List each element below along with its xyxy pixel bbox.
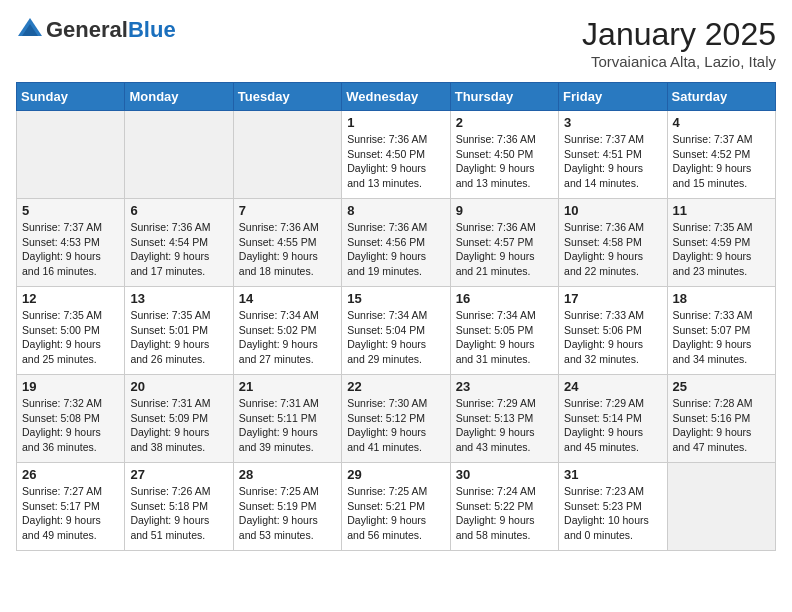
day-info: Sunrise: 7:30 AM Sunset: 5:12 PM Dayligh… bbox=[347, 396, 444, 455]
day-info: Sunrise: 7:36 AM Sunset: 4:50 PM Dayligh… bbox=[347, 132, 444, 191]
day-info: Sunrise: 7:28 AM Sunset: 5:16 PM Dayligh… bbox=[673, 396, 770, 455]
day-info: Sunrise: 7:36 AM Sunset: 4:58 PM Dayligh… bbox=[564, 220, 661, 279]
calendar-cell: 16Sunrise: 7:34 AM Sunset: 5:05 PM Dayli… bbox=[450, 287, 558, 375]
day-number: 10 bbox=[564, 203, 661, 218]
calendar-cell: 2Sunrise: 7:36 AM Sunset: 4:50 PM Daylig… bbox=[450, 111, 558, 199]
day-number: 29 bbox=[347, 467, 444, 482]
day-info: Sunrise: 7:33 AM Sunset: 5:07 PM Dayligh… bbox=[673, 308, 770, 367]
calendar-cell: 28Sunrise: 7:25 AM Sunset: 5:19 PM Dayli… bbox=[233, 463, 341, 551]
calendar-week-row: 1Sunrise: 7:36 AM Sunset: 4:50 PM Daylig… bbox=[17, 111, 776, 199]
calendar-cell: 21Sunrise: 7:31 AM Sunset: 5:11 PM Dayli… bbox=[233, 375, 341, 463]
calendar-cell: 10Sunrise: 7:36 AM Sunset: 4:58 PM Dayli… bbox=[559, 199, 667, 287]
day-info: Sunrise: 7:35 AM Sunset: 5:00 PM Dayligh… bbox=[22, 308, 119, 367]
calendar-header-thursday: Thursday bbox=[450, 83, 558, 111]
calendar-cell: 19Sunrise: 7:32 AM Sunset: 5:08 PM Dayli… bbox=[17, 375, 125, 463]
calendar-cell: 25Sunrise: 7:28 AM Sunset: 5:16 PM Dayli… bbox=[667, 375, 775, 463]
day-number: 15 bbox=[347, 291, 444, 306]
day-info: Sunrise: 7:31 AM Sunset: 5:09 PM Dayligh… bbox=[130, 396, 227, 455]
calendar-cell: 11Sunrise: 7:35 AM Sunset: 4:59 PM Dayli… bbox=[667, 199, 775, 287]
calendar-cell: 9Sunrise: 7:36 AM Sunset: 4:57 PM Daylig… bbox=[450, 199, 558, 287]
calendar-week-row: 5Sunrise: 7:37 AM Sunset: 4:53 PM Daylig… bbox=[17, 199, 776, 287]
calendar-cell: 23Sunrise: 7:29 AM Sunset: 5:13 PM Dayli… bbox=[450, 375, 558, 463]
calendar-cell bbox=[667, 463, 775, 551]
calendar-cell: 22Sunrise: 7:30 AM Sunset: 5:12 PM Dayli… bbox=[342, 375, 450, 463]
calendar-cell: 27Sunrise: 7:26 AM Sunset: 5:18 PM Dayli… bbox=[125, 463, 233, 551]
day-number: 6 bbox=[130, 203, 227, 218]
day-number: 13 bbox=[130, 291, 227, 306]
day-info: Sunrise: 7:31 AM Sunset: 5:11 PM Dayligh… bbox=[239, 396, 336, 455]
day-info: Sunrise: 7:27 AM Sunset: 5:17 PM Dayligh… bbox=[22, 484, 119, 543]
calendar-cell: 30Sunrise: 7:24 AM Sunset: 5:22 PM Dayli… bbox=[450, 463, 558, 551]
day-info: Sunrise: 7:34 AM Sunset: 5:02 PM Dayligh… bbox=[239, 308, 336, 367]
calendar-table: SundayMondayTuesdayWednesdayThursdayFrid… bbox=[16, 82, 776, 551]
day-number: 31 bbox=[564, 467, 661, 482]
calendar-header-row: SundayMondayTuesdayWednesdayThursdayFrid… bbox=[17, 83, 776, 111]
day-info: Sunrise: 7:36 AM Sunset: 4:56 PM Dayligh… bbox=[347, 220, 444, 279]
calendar-cell bbox=[17, 111, 125, 199]
logo-general-text: General bbox=[46, 17, 128, 42]
day-info: Sunrise: 7:36 AM Sunset: 4:57 PM Dayligh… bbox=[456, 220, 553, 279]
calendar-header-sunday: Sunday bbox=[17, 83, 125, 111]
day-info: Sunrise: 7:37 AM Sunset: 4:51 PM Dayligh… bbox=[564, 132, 661, 191]
calendar-cell: 6Sunrise: 7:36 AM Sunset: 4:54 PM Daylig… bbox=[125, 199, 233, 287]
day-info: Sunrise: 7:34 AM Sunset: 5:04 PM Dayligh… bbox=[347, 308, 444, 367]
calendar-cell: 20Sunrise: 7:31 AM Sunset: 5:09 PM Dayli… bbox=[125, 375, 233, 463]
day-number: 14 bbox=[239, 291, 336, 306]
calendar-week-row: 12Sunrise: 7:35 AM Sunset: 5:00 PM Dayli… bbox=[17, 287, 776, 375]
day-number: 21 bbox=[239, 379, 336, 394]
day-number: 8 bbox=[347, 203, 444, 218]
calendar-cell: 13Sunrise: 7:35 AM Sunset: 5:01 PM Dayli… bbox=[125, 287, 233, 375]
day-number: 26 bbox=[22, 467, 119, 482]
day-number: 2 bbox=[456, 115, 553, 130]
day-number: 12 bbox=[22, 291, 119, 306]
day-info: Sunrise: 7:23 AM Sunset: 5:23 PM Dayligh… bbox=[564, 484, 661, 543]
calendar-header-wednesday: Wednesday bbox=[342, 83, 450, 111]
day-number: 5 bbox=[22, 203, 119, 218]
day-info: Sunrise: 7:37 AM Sunset: 4:52 PM Dayligh… bbox=[673, 132, 770, 191]
month-title: January 2025 bbox=[582, 16, 776, 53]
calendar-cell: 17Sunrise: 7:33 AM Sunset: 5:06 PM Dayli… bbox=[559, 287, 667, 375]
day-number: 25 bbox=[673, 379, 770, 394]
day-info: Sunrise: 7:32 AM Sunset: 5:08 PM Dayligh… bbox=[22, 396, 119, 455]
day-info: Sunrise: 7:25 AM Sunset: 5:19 PM Dayligh… bbox=[239, 484, 336, 543]
day-number: 28 bbox=[239, 467, 336, 482]
day-number: 16 bbox=[456, 291, 553, 306]
calendar-cell: 7Sunrise: 7:36 AM Sunset: 4:55 PM Daylig… bbox=[233, 199, 341, 287]
calendar-cell: 26Sunrise: 7:27 AM Sunset: 5:17 PM Dayli… bbox=[17, 463, 125, 551]
day-info: Sunrise: 7:36 AM Sunset: 4:50 PM Dayligh… bbox=[456, 132, 553, 191]
day-number: 18 bbox=[673, 291, 770, 306]
calendar-cell: 18Sunrise: 7:33 AM Sunset: 5:07 PM Dayli… bbox=[667, 287, 775, 375]
calendar-cell bbox=[233, 111, 341, 199]
day-info: Sunrise: 7:33 AM Sunset: 5:06 PM Dayligh… bbox=[564, 308, 661, 367]
calendar-cell: 24Sunrise: 7:29 AM Sunset: 5:14 PM Dayli… bbox=[559, 375, 667, 463]
day-number: 3 bbox=[564, 115, 661, 130]
day-number: 27 bbox=[130, 467, 227, 482]
calendar-week-row: 19Sunrise: 7:32 AM Sunset: 5:08 PM Dayli… bbox=[17, 375, 776, 463]
calendar-cell: 31Sunrise: 7:23 AM Sunset: 5:23 PM Dayli… bbox=[559, 463, 667, 551]
calendar-cell: 8Sunrise: 7:36 AM Sunset: 4:56 PM Daylig… bbox=[342, 199, 450, 287]
calendar-header-monday: Monday bbox=[125, 83, 233, 111]
day-info: Sunrise: 7:24 AM Sunset: 5:22 PM Dayligh… bbox=[456, 484, 553, 543]
calendar-week-row: 26Sunrise: 7:27 AM Sunset: 5:17 PM Dayli… bbox=[17, 463, 776, 551]
day-info: Sunrise: 7:36 AM Sunset: 4:55 PM Dayligh… bbox=[239, 220, 336, 279]
calendar-cell: 14Sunrise: 7:34 AM Sunset: 5:02 PM Dayli… bbox=[233, 287, 341, 375]
day-info: Sunrise: 7:25 AM Sunset: 5:21 PM Dayligh… bbox=[347, 484, 444, 543]
day-number: 19 bbox=[22, 379, 119, 394]
calendar-cell: 4Sunrise: 7:37 AM Sunset: 4:52 PM Daylig… bbox=[667, 111, 775, 199]
day-number: 7 bbox=[239, 203, 336, 218]
day-info: Sunrise: 7:35 AM Sunset: 4:59 PM Dayligh… bbox=[673, 220, 770, 279]
day-number: 30 bbox=[456, 467, 553, 482]
title-block: January 2025 Torvaianica Alta, Lazio, It… bbox=[582, 16, 776, 70]
day-info: Sunrise: 7:35 AM Sunset: 5:01 PM Dayligh… bbox=[130, 308, 227, 367]
day-info: Sunrise: 7:29 AM Sunset: 5:13 PM Dayligh… bbox=[456, 396, 553, 455]
day-info: Sunrise: 7:36 AM Sunset: 4:54 PM Dayligh… bbox=[130, 220, 227, 279]
calendar-header-saturday: Saturday bbox=[667, 83, 775, 111]
day-number: 1 bbox=[347, 115, 444, 130]
calendar-cell bbox=[125, 111, 233, 199]
day-number: 20 bbox=[130, 379, 227, 394]
day-number: 22 bbox=[347, 379, 444, 394]
calendar-header-friday: Friday bbox=[559, 83, 667, 111]
day-info: Sunrise: 7:34 AM Sunset: 5:05 PM Dayligh… bbox=[456, 308, 553, 367]
calendar-header-tuesday: Tuesday bbox=[233, 83, 341, 111]
day-number: 24 bbox=[564, 379, 661, 394]
